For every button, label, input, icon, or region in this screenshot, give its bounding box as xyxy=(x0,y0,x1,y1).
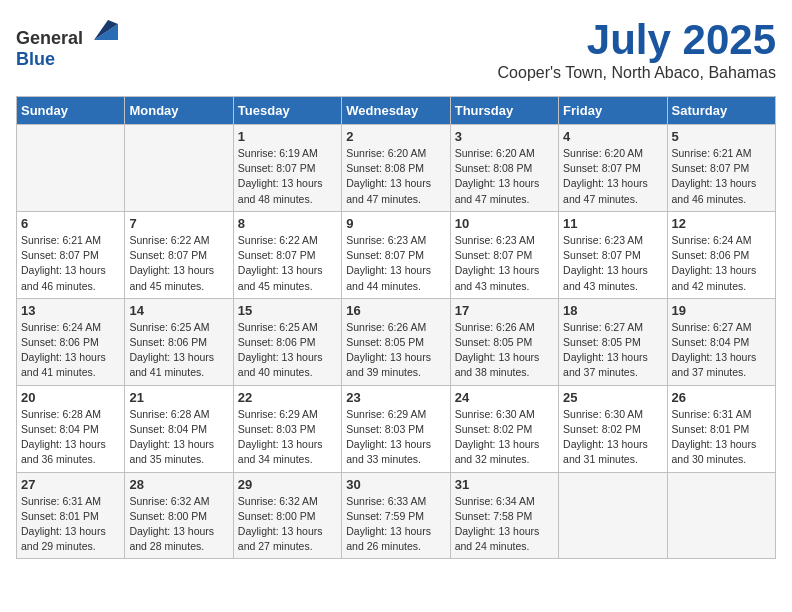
day-number: 19 xyxy=(672,303,771,318)
day-info: Sunrise: 6:29 AM Sunset: 8:03 PM Dayligh… xyxy=(346,407,445,468)
day-number: 30 xyxy=(346,477,445,492)
day-number: 7 xyxy=(129,216,228,231)
weekday-header-thursday: Thursday xyxy=(450,97,558,125)
day-number: 9 xyxy=(346,216,445,231)
day-number: 2 xyxy=(346,129,445,144)
calendar-table: SundayMondayTuesdayWednesdayThursdayFrid… xyxy=(16,96,776,559)
calendar-cell xyxy=(667,472,775,559)
day-info: Sunrise: 6:28 AM Sunset: 8:04 PM Dayligh… xyxy=(129,407,228,468)
calendar-cell: 24Sunrise: 6:30 AM Sunset: 8:02 PM Dayli… xyxy=(450,385,558,472)
day-number: 29 xyxy=(238,477,337,492)
day-info: Sunrise: 6:26 AM Sunset: 8:05 PM Dayligh… xyxy=(346,320,445,381)
day-info: Sunrise: 6:23 AM Sunset: 8:07 PM Dayligh… xyxy=(346,233,445,294)
calendar-cell: 29Sunrise: 6:32 AM Sunset: 8:00 PM Dayli… xyxy=(233,472,341,559)
month-title: July 2025 xyxy=(498,16,776,64)
weekday-header-wednesday: Wednesday xyxy=(342,97,450,125)
calendar-cell: 27Sunrise: 6:31 AM Sunset: 8:01 PM Dayli… xyxy=(17,472,125,559)
day-info: Sunrise: 6:24 AM Sunset: 8:06 PM Dayligh… xyxy=(21,320,120,381)
day-number: 17 xyxy=(455,303,554,318)
day-info: Sunrise: 6:30 AM Sunset: 8:02 PM Dayligh… xyxy=(455,407,554,468)
calendar-cell: 22Sunrise: 6:29 AM Sunset: 8:03 PM Dayli… xyxy=(233,385,341,472)
day-info: Sunrise: 6:26 AM Sunset: 8:05 PM Dayligh… xyxy=(455,320,554,381)
calendar-cell: 10Sunrise: 6:23 AM Sunset: 8:07 PM Dayli… xyxy=(450,211,558,298)
day-number: 5 xyxy=(672,129,771,144)
weekday-header-sunday: Sunday xyxy=(17,97,125,125)
day-number: 14 xyxy=(129,303,228,318)
calendar-cell: 25Sunrise: 6:30 AM Sunset: 8:02 PM Dayli… xyxy=(559,385,667,472)
day-info: Sunrise: 6:32 AM Sunset: 8:00 PM Dayligh… xyxy=(129,494,228,555)
day-info: Sunrise: 6:33 AM Sunset: 7:59 PM Dayligh… xyxy=(346,494,445,555)
page-header: General Blue July 2025 Cooper's Town, No… xyxy=(16,16,776,92)
logo: General Blue xyxy=(16,16,118,70)
calendar-cell xyxy=(559,472,667,559)
day-info: Sunrise: 6:27 AM Sunset: 8:04 PM Dayligh… xyxy=(672,320,771,381)
calendar-cell: 11Sunrise: 6:23 AM Sunset: 8:07 PM Dayli… xyxy=(559,211,667,298)
weekday-header-row: SundayMondayTuesdayWednesdayThursdayFrid… xyxy=(17,97,776,125)
day-number: 10 xyxy=(455,216,554,231)
day-info: Sunrise: 6:25 AM Sunset: 8:06 PM Dayligh… xyxy=(238,320,337,381)
calendar-cell: 30Sunrise: 6:33 AM Sunset: 7:59 PM Dayli… xyxy=(342,472,450,559)
calendar-cell: 5Sunrise: 6:21 AM Sunset: 8:07 PM Daylig… xyxy=(667,125,775,212)
day-info: Sunrise: 6:32 AM Sunset: 8:00 PM Dayligh… xyxy=(238,494,337,555)
calendar-cell: 4Sunrise: 6:20 AM Sunset: 8:07 PM Daylig… xyxy=(559,125,667,212)
calendar-cell: 18Sunrise: 6:27 AM Sunset: 8:05 PM Dayli… xyxy=(559,298,667,385)
title-block: July 2025 Cooper's Town, North Abaco, Ba… xyxy=(498,16,776,92)
day-number: 25 xyxy=(563,390,662,405)
day-number: 23 xyxy=(346,390,445,405)
day-info: Sunrise: 6:21 AM Sunset: 8:07 PM Dayligh… xyxy=(672,146,771,207)
day-info: Sunrise: 6:24 AM Sunset: 8:06 PM Dayligh… xyxy=(672,233,771,294)
calendar-cell: 13Sunrise: 6:24 AM Sunset: 8:06 PM Dayli… xyxy=(17,298,125,385)
day-number: 20 xyxy=(21,390,120,405)
weekday-header-tuesday: Tuesday xyxy=(233,97,341,125)
calendar-cell xyxy=(17,125,125,212)
weekday-header-friday: Friday xyxy=(559,97,667,125)
weekday-header-monday: Monday xyxy=(125,97,233,125)
day-info: Sunrise: 6:19 AM Sunset: 8:07 PM Dayligh… xyxy=(238,146,337,207)
day-info: Sunrise: 6:30 AM Sunset: 8:02 PM Dayligh… xyxy=(563,407,662,468)
day-number: 16 xyxy=(346,303,445,318)
week-row-1: 1Sunrise: 6:19 AM Sunset: 8:07 PM Daylig… xyxy=(17,125,776,212)
calendar-cell: 23Sunrise: 6:29 AM Sunset: 8:03 PM Dayli… xyxy=(342,385,450,472)
day-info: Sunrise: 6:25 AM Sunset: 8:06 PM Dayligh… xyxy=(129,320,228,381)
logo-general: General xyxy=(16,28,83,48)
location-title: Cooper's Town, North Abaco, Bahamas xyxy=(498,64,776,82)
week-row-2: 6Sunrise: 6:21 AM Sunset: 8:07 PM Daylig… xyxy=(17,211,776,298)
day-info: Sunrise: 6:22 AM Sunset: 8:07 PM Dayligh… xyxy=(238,233,337,294)
day-info: Sunrise: 6:31 AM Sunset: 8:01 PM Dayligh… xyxy=(21,494,120,555)
day-number: 26 xyxy=(672,390,771,405)
day-number: 27 xyxy=(21,477,120,492)
day-info: Sunrise: 6:31 AM Sunset: 8:01 PM Dayligh… xyxy=(672,407,771,468)
day-number: 28 xyxy=(129,477,228,492)
calendar-cell: 7Sunrise: 6:22 AM Sunset: 8:07 PM Daylig… xyxy=(125,211,233,298)
day-number: 21 xyxy=(129,390,228,405)
day-info: Sunrise: 6:21 AM Sunset: 8:07 PM Dayligh… xyxy=(21,233,120,294)
day-info: Sunrise: 6:23 AM Sunset: 8:07 PM Dayligh… xyxy=(563,233,662,294)
day-number: 24 xyxy=(455,390,554,405)
calendar-cell: 16Sunrise: 6:26 AM Sunset: 8:05 PM Dayli… xyxy=(342,298,450,385)
day-info: Sunrise: 6:29 AM Sunset: 8:03 PM Dayligh… xyxy=(238,407,337,468)
calendar-cell: 12Sunrise: 6:24 AM Sunset: 8:06 PM Dayli… xyxy=(667,211,775,298)
calendar-cell: 26Sunrise: 6:31 AM Sunset: 8:01 PM Dayli… xyxy=(667,385,775,472)
day-info: Sunrise: 6:23 AM Sunset: 8:07 PM Dayligh… xyxy=(455,233,554,294)
calendar-cell: 21Sunrise: 6:28 AM Sunset: 8:04 PM Dayli… xyxy=(125,385,233,472)
day-info: Sunrise: 6:34 AM Sunset: 7:58 PM Dayligh… xyxy=(455,494,554,555)
calendar-cell: 20Sunrise: 6:28 AM Sunset: 8:04 PM Dayli… xyxy=(17,385,125,472)
week-row-5: 27Sunrise: 6:31 AM Sunset: 8:01 PM Dayli… xyxy=(17,472,776,559)
logo-text: General Blue xyxy=(16,16,118,70)
day-info: Sunrise: 6:20 AM Sunset: 8:08 PM Dayligh… xyxy=(455,146,554,207)
logo-blue: Blue xyxy=(16,49,55,69)
day-number: 13 xyxy=(21,303,120,318)
day-number: 3 xyxy=(455,129,554,144)
day-number: 31 xyxy=(455,477,554,492)
week-row-3: 13Sunrise: 6:24 AM Sunset: 8:06 PM Dayli… xyxy=(17,298,776,385)
day-number: 1 xyxy=(238,129,337,144)
calendar-cell: 3Sunrise: 6:20 AM Sunset: 8:08 PM Daylig… xyxy=(450,125,558,212)
calendar-cell: 6Sunrise: 6:21 AM Sunset: 8:07 PM Daylig… xyxy=(17,211,125,298)
day-info: Sunrise: 6:20 AM Sunset: 8:07 PM Dayligh… xyxy=(563,146,662,207)
weekday-header-saturday: Saturday xyxy=(667,97,775,125)
day-number: 4 xyxy=(563,129,662,144)
day-info: Sunrise: 6:20 AM Sunset: 8:08 PM Dayligh… xyxy=(346,146,445,207)
day-info: Sunrise: 6:27 AM Sunset: 8:05 PM Dayligh… xyxy=(563,320,662,381)
day-number: 6 xyxy=(21,216,120,231)
day-info: Sunrise: 6:22 AM Sunset: 8:07 PM Dayligh… xyxy=(129,233,228,294)
